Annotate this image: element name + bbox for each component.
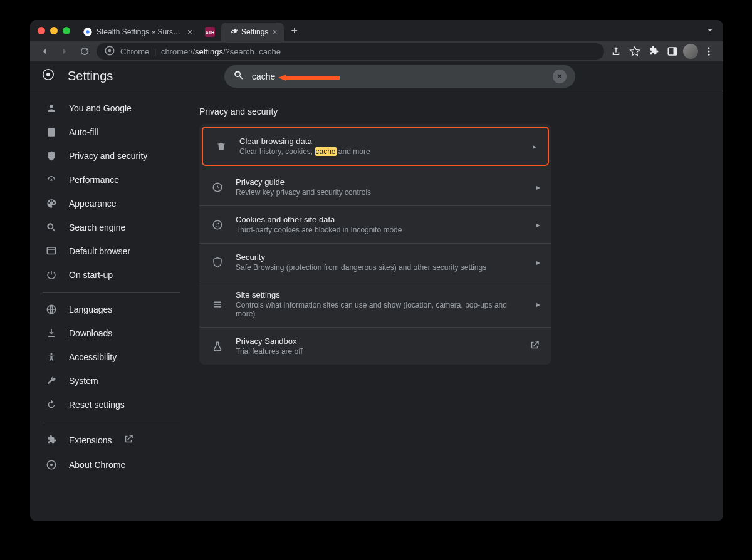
- sidebar-item-about[interactable]: About Chrome: [30, 453, 193, 477]
- row-title: Privacy guide: [236, 177, 525, 187]
- sidepanel-button[interactable]: [664, 43, 681, 60]
- svg-point-3: [108, 49, 112, 52]
- shield-icon: [211, 257, 224, 268]
- row-subtitle: Controls what information sites can use …: [236, 301, 525, 318]
- row-privacy-guide[interactable]: Privacy guide Review key privacy and sec…: [199, 169, 551, 206]
- forward-button[interactable]: [56, 43, 73, 60]
- trash-icon: [214, 141, 228, 152]
- row-title: Privacy Sandbox: [236, 336, 518, 346]
- sidebar-item-label: Downloads: [69, 328, 112, 338]
- reload-button[interactable]: [76, 43, 93, 60]
- sidebar-item-system[interactable]: System: [30, 369, 193, 393]
- search-icon: [45, 222, 58, 233]
- svg-point-20: [218, 222, 219, 224]
- sidebar-item-default-browser[interactable]: Default browser: [30, 239, 193, 263]
- google-favicon-icon: [83, 27, 93, 37]
- row-site-settings[interactable]: Site settings Controls what information …: [199, 281, 551, 328]
- separator: [43, 422, 180, 422]
- tab-strip: Stealth Settings » Sursa de tut × STH Se…: [30, 20, 723, 41]
- sidebar-item-languages[interactable]: Languages: [30, 298, 193, 321]
- gear-favicon-icon: [227, 27, 238, 37]
- sidebar-item-extensions[interactable]: Extensions: [30, 427, 193, 453]
- search-icon: [233, 70, 244, 83]
- settings-search-input[interactable]: ✕: [224, 65, 575, 88]
- svg-point-24: [216, 303, 217, 304]
- sidebar-item-label: Extensions: [69, 435, 112, 445]
- extensions-button[interactable]: [645, 43, 662, 60]
- chevron-right-icon: ▸: [536, 300, 540, 309]
- sidebar-item-label: Performance: [69, 175, 119, 185]
- clear-search-button[interactable]: ✕: [553, 70, 567, 83]
- chrome-icon: [45, 459, 58, 470]
- row-title: Security: [236, 252, 525, 262]
- extension-icon: [45, 435, 58, 446]
- row-cookies[interactable]: Cookies and other site data Third-party …: [199, 206, 551, 244]
- browser-icon: [45, 246, 58, 257]
- search-field[interactable]: [252, 71, 545, 81]
- row-subtitle: Clear history, cookies, cache and more: [239, 147, 521, 156]
- row-title: Clear browsing data: [239, 137, 521, 146]
- shield-icon: [45, 150, 58, 162]
- svg-point-22: [218, 225, 219, 226]
- sidebar-item-search-engine[interactable]: Search engine: [30, 215, 193, 239]
- globe-icon: [45, 304, 58, 315]
- tab-overflow-button[interactable]: [704, 24, 716, 38]
- row-security[interactable]: Security Safe Browsing (protection from …: [199, 244, 551, 281]
- tab-stealth-settings[interactable]: Stealth Settings » Sursa de tut ×: [76, 23, 199, 41]
- svg-point-19: [216, 223, 217, 224]
- sidebar-item-accessibility[interactable]: Accessibility: [30, 345, 193, 369]
- flask-icon: [211, 341, 224, 352]
- sidebar-item-startup[interactable]: On start-up: [30, 263, 193, 287]
- sidebar-item-autofill[interactable]: Auto-fill: [30, 120, 193, 144]
- speed-icon: [45, 174, 58, 185]
- close-tab-icon[interactable]: ×: [187, 27, 192, 37]
- power-icon: [45, 269, 58, 281]
- sidebar-item-label: You and Google: [69, 103, 132, 113]
- bookmark-button[interactable]: [627, 43, 643, 60]
- new-tab-button[interactable]: +: [284, 24, 306, 38]
- settings-content: Privacy and security Clear browsing data…: [193, 91, 723, 521]
- chrome-logo-icon: [43, 69, 58, 84]
- site-info-icon[interactable]: [104, 45, 115, 58]
- svg-point-16: [50, 464, 53, 467]
- share-button[interactable]: [608, 43, 624, 60]
- sidebar-item-label: Reset settings: [69, 400, 125, 410]
- sidebar-item-reset[interactable]: Reset settings: [30, 393, 193, 417]
- sidebar-item-label: Search engine: [69, 222, 125, 232]
- settings-page: Settings ✕ You and Google Auto-fi: [30, 61, 723, 521]
- svg-point-8: [708, 54, 710, 56]
- external-link-icon: [123, 433, 134, 447]
- sidebar-item-label: About Chrome: [69, 460, 125, 470]
- row-subtitle: Review key privacy and security controls: [236, 188, 525, 197]
- row-subtitle: Trial features are off: [236, 347, 518, 356]
- maximize-window-button[interactable]: [63, 27, 70, 34]
- privacy-card: Clear browsing data Clear history, cooki…: [199, 124, 551, 365]
- row-privacy-sandbox[interactable]: Privacy Sandbox Trial features are off: [199, 328, 551, 365]
- section-title: Privacy and security: [199, 106, 698, 117]
- settings-header: Settings ✕: [30, 61, 723, 91]
- menu-button[interactable]: [701, 43, 717, 60]
- row-clear-browsing-data[interactable]: Clear browsing data Clear history, cooki…: [202, 127, 549, 166]
- svg-rect-11: [47, 247, 56, 254]
- close-tab-icon[interactable]: ×: [272, 27, 277, 37]
- row-title: Cookies and other site data: [236, 215, 525, 224]
- sidebar-item-privacy[interactable]: Privacy and security: [30, 144, 193, 168]
- tab-stealth-settings-2[interactable]: STH: [199, 23, 221, 41]
- clipboard-icon: [45, 127, 58, 138]
- back-button[interactable]: [36, 43, 53, 60]
- sidebar-item-you-and-google[interactable]: You and Google: [30, 96, 193, 120]
- svg-point-21: [216, 226, 217, 227]
- tab-settings[interactable]: Settings ×: [221, 23, 284, 41]
- close-window-button[interactable]: [38, 27, 45, 34]
- sidebar-item-downloads[interactable]: Downloads: [30, 321, 193, 345]
- chevron-right-icon: ▸: [536, 220, 540, 229]
- person-icon: [45, 103, 58, 114]
- minimize-window-button[interactable]: [50, 27, 58, 34]
- sidebar-item-label: System: [69, 376, 98, 386]
- sidebar-item-appearance[interactable]: Appearance: [30, 192, 193, 215]
- row-title: Site settings: [236, 290, 525, 299]
- address-bar[interactable]: Chrome | chrome://settings/?search=cache: [97, 43, 604, 60]
- sidebar-item-performance[interactable]: Performance: [30, 168, 193, 192]
- profile-avatar[interactable]: [683, 44, 698, 59]
- sidebar-item-label: On start-up: [69, 270, 113, 280]
